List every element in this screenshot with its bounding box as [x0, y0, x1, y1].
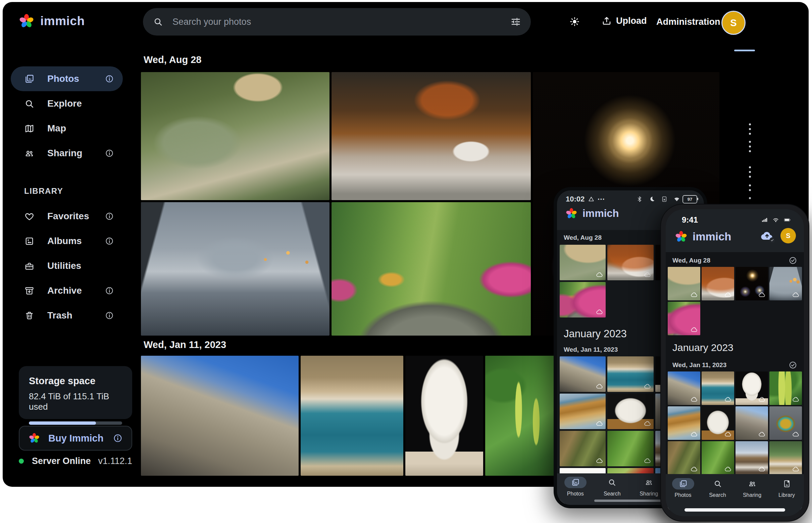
app-wordmark: immich [693, 230, 731, 243]
nav-icon [748, 480, 757, 488]
buy-immich-button[interactable]: Buy Immich [19, 426, 132, 451]
photo-autumn-path[interactable] [331, 202, 531, 336]
info-icon[interactable] [105, 311, 114, 320]
sidebar-item[interactable]: Explore [11, 91, 123, 116]
user-avatar[interactable]: S [780, 228, 796, 244]
photo-dinner-table[interactable] [702, 267, 734, 301]
search-filter-icon[interactable] [511, 17, 521, 27]
storage-progress-track [29, 421, 122, 425]
sidebar-item[interactable]: Photos [11, 66, 123, 91]
theme-toggle-sun-icon[interactable] [569, 16, 580, 27]
photo-autumn-path[interactable] [560, 282, 606, 318]
photo-beach-cliff[interactable] [668, 406, 700, 440]
select-all-check-icon[interactable] [789, 361, 797, 369]
user-avatar[interactable]: S [721, 11, 746, 35]
photo-marble-bust[interactable] [405, 356, 483, 476]
server-status-row: Server Online v1.112.1 [19, 456, 132, 466]
search-bar[interactable] [143, 8, 531, 36]
photo-zoo-monkeys[interactable] [668, 267, 700, 301]
sidebar-item[interactable]: Trash [11, 303, 123, 328]
photo-marble-bust[interactable] [736, 372, 768, 405]
sidebar-item-label: Map [47, 123, 66, 134]
photo-lizard-dry[interactable] [668, 441, 700, 475]
search-input[interactable] [172, 16, 511, 28]
sidebar-item[interactable]: Favorites [11, 204, 123, 229]
photo-dinner-table[interactable] [607, 245, 653, 280]
info-icon[interactable] [105, 74, 114, 84]
bottom-nav-item[interactable]: Sharing [735, 478, 770, 498]
nav-pill [707, 478, 729, 489]
nav-pill [776, 478, 798, 489]
nav-label: Photos [567, 491, 584, 497]
cloud-sync-icon [792, 396, 799, 403]
upload-button[interactable]: Upload [601, 15, 647, 26]
photo-zoo-monkeys[interactable] [141, 72, 329, 200]
cloud-sync-icon [758, 396, 766, 403]
sidebar-item[interactable]: Utilities [11, 253, 123, 278]
photo-ornament[interactable] [770, 406, 802, 440]
sidebar-item-icon [24, 123, 35, 134]
photo-castle-wall[interactable] [668, 372, 700, 405]
photo-alpine-village[interactable] [770, 441, 802, 475]
photo-marble-sculpture[interactable] [702, 406, 734, 440]
photo-lizard-moss[interactable] [702, 441, 734, 475]
info-icon[interactable] [105, 212, 114, 221]
server-status-label: Server Online [32, 456, 91, 466]
date-group-header: Wed, Aug 28 [144, 54, 201, 65]
app-logo[interactable]: immich [18, 13, 85, 30]
photo-fireworks[interactable] [736, 267, 768, 301]
photo-beach-cliff[interactable] [560, 394, 606, 429]
cloud-sync-icon [792, 465, 799, 473]
photo-dinner-table[interactable] [331, 72, 531, 200]
photo-sea-grapes[interactable] [770, 372, 802, 405]
photo-coast-tower[interactable] [702, 372, 734, 405]
bottom-nav-item[interactable]: Library [770, 478, 804, 498]
nav-icon [782, 480, 791, 488]
photo-holding-hands[interactable] [141, 202, 329, 336]
battery-icon [782, 217, 793, 223]
sidebar-item[interactable]: Map [11, 116, 123, 141]
nav-label: Library [778, 492, 795, 498]
cloud-sync-icon [644, 271, 651, 278]
photo-winter-village[interactable] [736, 441, 768, 475]
sidebar-item[interactable]: Albums [11, 229, 123, 253]
photo-lizard-moss[interactable] [607, 431, 653, 466]
administration-link[interactable]: Administration [656, 17, 720, 27]
info-icon[interactable] [113, 433, 123, 443]
bottom-nav-item[interactable]: Photos [666, 478, 700, 498]
bottom-nav-item[interactable]: Search [594, 477, 631, 497]
photo-coast-tower[interactable] [301, 356, 403, 476]
iphone-clock: 9:41 [682, 215, 698, 224]
timeline-scrubber-indicator[interactable] [734, 50, 755, 51]
photo-marble-sculpture[interactable] [607, 394, 653, 429]
sidebar-item-label: Photos [47, 73, 79, 84]
photo-ruins-wall[interactable] [736, 406, 768, 440]
info-icon[interactable] [105, 286, 114, 295]
sidebar-item[interactable]: Archive [11, 278, 123, 303]
android-app-header: immich [565, 207, 619, 220]
sidebar-item[interactable]: Sharing [11, 141, 123, 166]
bottom-nav-item[interactable]: Search [700, 478, 735, 498]
storage-title: Storage space [29, 376, 122, 386]
sidebar: Photos Explore Map Sharing LIBRARY [3, 41, 137, 487]
cloud-sync-icon [691, 291, 698, 299]
bottom-nav-item[interactable]: Photos [557, 477, 594, 497]
nav-label: Sharing [743, 492, 761, 498]
date-group-row: Wed, Aug 28 [672, 256, 797, 265]
upload-icon [601, 15, 612, 26]
photo-lizard-dry[interactable] [560, 431, 606, 466]
info-icon[interactable] [105, 236, 114, 246]
photo-coast-tower[interactable] [607, 356, 653, 392]
photo-autumn-path[interactable] [668, 302, 700, 335]
home-indicator [594, 500, 667, 502]
photo-zoo-monkeys[interactable] [560, 245, 606, 280]
photo-castle-wall[interactable] [141, 356, 299, 476]
photo-holding-hands[interactable] [770, 267, 802, 301]
sidebar-item-label: Sharing [47, 148, 82, 159]
backup-cloud-button[interactable] [760, 228, 774, 243]
photo-castle-wall[interactable] [560, 356, 606, 392]
cloud-sync-icon [724, 465, 732, 473]
select-all-check-icon[interactable] [789, 256, 797, 265]
sidebar-item-icon [24, 211, 35, 222]
info-icon[interactable] [105, 148, 114, 158]
